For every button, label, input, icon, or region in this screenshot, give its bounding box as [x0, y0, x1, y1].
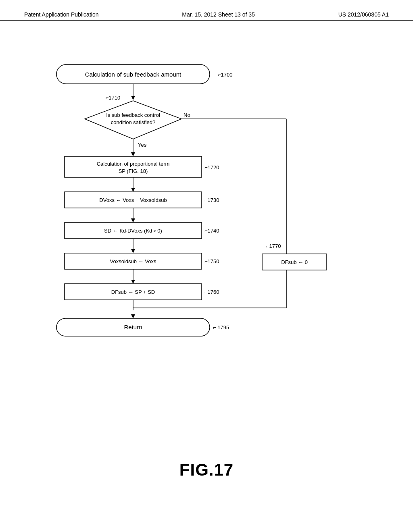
page: Patent Application Publication Mar. 15, …	[0, 0, 413, 532]
return-label: Return	[124, 324, 142, 330]
sheet-info: Mar. 15, 2012 Sheet 13 of 35	[182, 11, 255, 18]
ref-1720: ⌐1720	[204, 164, 219, 170]
ref-1770: ⌐1770	[266, 243, 281, 249]
svg-marker-2	[131, 96, 135, 100]
diamond-label1: Is sub feedback control	[106, 112, 160, 118]
box1-label2: SP (FIG. 18)	[119, 168, 148, 174]
ref-1740: ⌐1740	[204, 228, 219, 234]
svg-marker-19	[131, 280, 135, 284]
diamond-label2: condition satisfied?	[111, 119, 156, 125]
box1-label1: Calculation of proportional term	[97, 161, 170, 167]
ref-1760: ⌐1760	[204, 289, 219, 295]
flowchart-area: Calculation of sub feedback amount ⌐1700…	[24, 60, 375, 343]
svg-marker-13	[131, 218, 135, 222]
ref-1730: ⌐1730	[204, 197, 219, 203]
box4-label: Voxsoldsub ← Voxs	[110, 258, 156, 264]
svg-marker-16	[131, 249, 135, 253]
box3-label: SD ← Kd·DVoxs (Kd＜0)	[104, 228, 162, 234]
ref-1700: ⌐1700	[218, 72, 233, 78]
svg-marker-7	[131, 152, 135, 156]
side-box-label: DFsub ← 0	[281, 259, 308, 265]
svg-marker-10	[131, 188, 135, 192]
no-label: No	[184, 112, 190, 118]
ref-1795: ⌐ 1795	[213, 324, 229, 330]
ref-1710: ⌐1710	[106, 95, 121, 101]
figure-caption: FIG.17	[179, 460, 234, 480]
publication-label: Patent Application Publication	[24, 11, 98, 18]
svg-marker-25	[131, 314, 135, 318]
box2-label: DVoxs ← Voxs − Voxsoldsub	[99, 197, 167, 203]
ref-1750: ⌐1750	[204, 258, 219, 264]
header: Patent Application Publication Mar. 15, …	[0, 0, 413, 21]
flowchart-svg: Calculation of sub feedback amount ⌐1700…	[24, 60, 375, 343]
svg-rect-8	[65, 156, 202, 177]
patent-number: US 2012/060805 A1	[338, 11, 389, 18]
box5-label: DFsub ← SP + SD	[111, 289, 155, 295]
yes-label: Yes	[138, 142, 147, 148]
title-node-text: Calculation of sub feedback amount	[85, 71, 181, 78]
